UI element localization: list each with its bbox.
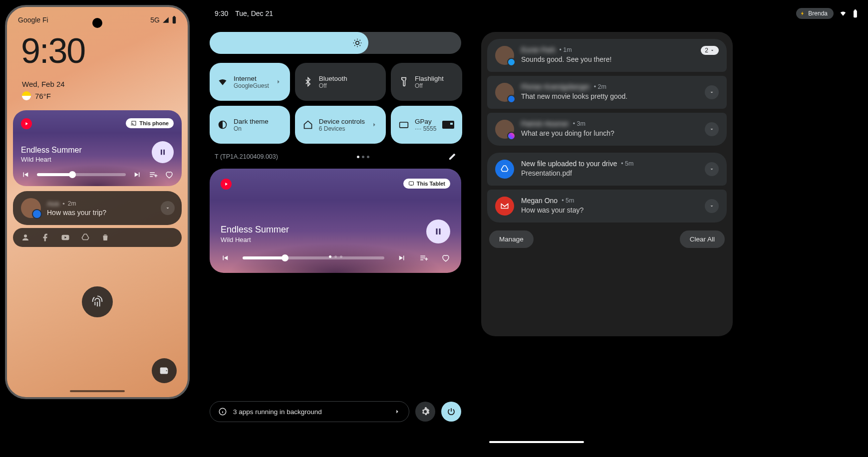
manage-button[interactable]: Manage [489, 230, 534, 248]
media-card-tablet[interactable]: This Tablet Endless Summer Wild Heart [210, 169, 461, 273]
statusbar-time: 9:30 [215, 9, 228, 17]
weather-icon [22, 91, 31, 100]
cast-chip[interactable]: This phone [126, 118, 174, 128]
svg-rect-11 [409, 182, 413, 185]
cast-chip[interactable]: This Tablet [403, 179, 450, 189]
phone-statusbar: Google Fi 5G [7, 7, 188, 26]
next-track-icon[interactable] [133, 170, 142, 179]
expand-button[interactable] [705, 199, 719, 213]
expand-button[interactable] [161, 201, 175, 215]
heart-icon[interactable] [441, 253, 450, 262]
brightness-slider[interactable] [210, 32, 461, 54]
artist-name: Wild Heart [221, 236, 289, 243]
phone-lockscreen: Google Fi 5G 9:30 Wed, Feb 24 76°F This … [5, 5, 190, 399]
qs-tile-flashlight[interactable]: FlashlightOff [391, 63, 462, 101]
power-button[interactable] [441, 402, 461, 422]
prev-track-icon[interactable] [21, 170, 30, 179]
avatar [495, 83, 514, 102]
heart-icon[interactable] [165, 170, 174, 179]
svg-rect-12 [410, 185, 412, 186]
song-title: Endless Summer [221, 225, 289, 235]
svg-rect-8 [400, 122, 408, 128]
flashlight-icon [399, 77, 409, 87]
notification-panel: Eunie Park• 1mSounds good. See you there… [481, 32, 733, 336]
avatar [495, 160, 514, 179]
notif-time: 2m [68, 200, 76, 207]
svg-rect-0 [173, 17, 176, 24]
notif-message: Presentation.pdf [521, 169, 698, 177]
tablet-shade: 9:30 Tue, Dec 21 Brenda InternetGoogleGu… [210, 5, 863, 452]
notification-item[interactable]: Megan Ono• 5mHow was your stay? [487, 190, 727, 223]
artist-name: Wild Heart [21, 156, 82, 163]
notification-item[interactable]: Patrick Hosmer• 3mWhat are you doing for… [487, 113, 727, 146]
notification-item[interactable]: Eunie Park• 1mSounds good. See you there… [487, 39, 727, 72]
bolt-icon [800, 11, 805, 16]
sender-name: New file uploaded to your drive [521, 160, 617, 168]
user-chip[interactable]: Brenda [796, 8, 834, 19]
media-card-phone[interactable]: This phone Endless Summer Wild Heart [13, 110, 182, 186]
qs-tile-gpay[interactable]: GPay···· 5555 [391, 106, 462, 144]
darktheme-icon [218, 120, 228, 130]
drive-icon [81, 233, 90, 242]
next-track-icon[interactable] [397, 253, 406, 262]
notif-message: What are you doing for lunch? [521, 129, 698, 137]
count-chip: 2 [701, 46, 719, 55]
qs-tile-dark-theme[interactable]: Dark themeOn [210, 106, 290, 144]
queue-icon[interactable] [419, 253, 428, 262]
pause-button[interactable] [426, 220, 450, 243]
page-dots [357, 156, 369, 158]
notification-summary-rail[interactable] [13, 228, 182, 247]
brightness-icon [352, 38, 362, 48]
tablet-statusbar: 9:30 Tue, Dec 21 Brenda [210, 5, 863, 27]
running-apps-pill[interactable]: 3 apps running in background [210, 401, 409, 422]
progress-slider[interactable] [37, 172, 126, 177]
svg-point-2 [24, 234, 27, 237]
notification-item[interactable]: New file uploaded to your drive• 5mPrese… [487, 153, 727, 186]
edit-icon[interactable] [448, 153, 456, 161]
cast-icon [131, 120, 137, 126]
lockscreen-date: Wed, Feb 24 [22, 80, 173, 88]
wifi-icon [839, 10, 848, 17]
qs-tile-bluetooth[interactable]: BluetoothOff [295, 63, 386, 101]
ytmusic-icon [221, 179, 232, 190]
queue-icon[interactable] [149, 170, 158, 179]
settings-button[interactable] [415, 402, 435, 422]
lockscreen-clock: 9:30 [7, 26, 188, 71]
power-icon [447, 407, 456, 416]
prev-track-icon[interactable] [221, 253, 230, 262]
home-indicator[interactable] [70, 390, 125, 392]
statusbar-date: Tue, Dec 21 [235, 9, 273, 17]
qs-tile-internet[interactable]: InternetGoogleGuest [210, 63, 290, 101]
notif-message: How was your trip? [47, 209, 106, 217]
home-icon [303, 120, 313, 130]
pause-button[interactable] [152, 141, 174, 163]
notification-item[interactable]: Alok • 2m How was your trip? [13, 191, 182, 225]
expand-button[interactable] [705, 85, 719, 99]
facebook-icon [41, 233, 50, 242]
delete-icon [101, 233, 110, 242]
wallet-button[interactable] [152, 358, 177, 383]
sender-name: Alok [47, 200, 59, 208]
bluetooth-icon [303, 77, 313, 87]
notif-message: How was your stay? [521, 206, 698, 214]
clear-all-button[interactable]: Clear All [680, 230, 725, 248]
avatar [21, 198, 41, 218]
qs-tile-device-controls[interactable]: Device controls6 Devices [295, 106, 386, 144]
avatar [495, 120, 514, 139]
battery-icon [853, 9, 858, 18]
profile-icon [21, 233, 30, 242]
chevron-right-icon [371, 121, 378, 128]
notification-item[interactable]: Florian Koenigsberger• 2mThat new movie … [487, 76, 727, 109]
fingerprint-button[interactable] [82, 286, 113, 317]
sender-name: Florian Koenigsberger [521, 83, 590, 91]
tablet-icon [408, 181, 414, 187]
sender-name: Eunie Park [521, 46, 555, 54]
notif-message: That new movie looks pretty good. [521, 92, 698, 100]
expand-button[interactable] [705, 122, 719, 136]
expand-button[interactable] [705, 162, 719, 176]
build-label: T (TP1A.2100409.003) [215, 153, 278, 160]
avatar [495, 46, 514, 65]
nav-indicator[interactable] [489, 441, 584, 443]
ytmusic-icon [21, 118, 32, 129]
weather-chip[interactable]: 76°F [22, 91, 173, 100]
